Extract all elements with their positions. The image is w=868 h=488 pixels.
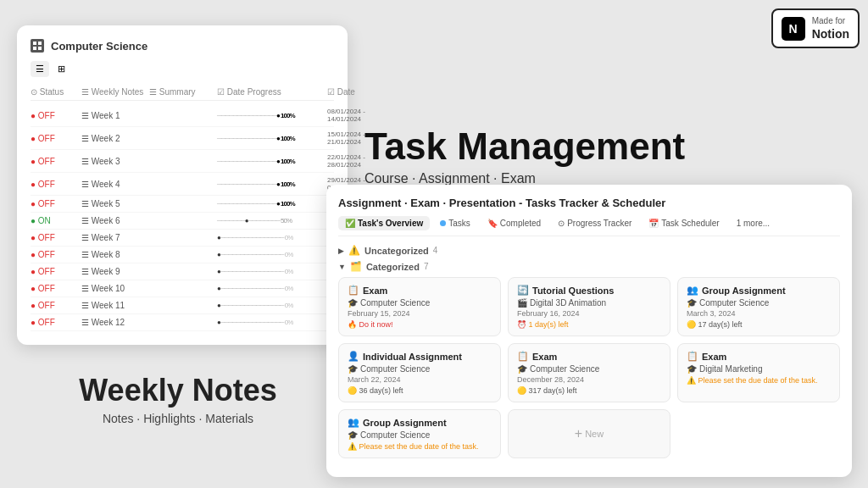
group-icon: 👥 xyxy=(687,285,698,296)
task-card-exam-cs-dec[interactable]: 📋 Exam 🎓 Computer Science December 28, 2… xyxy=(508,343,670,402)
task-card-tutorial[interactable]: 🔄 Tutorial Questions 🎬 Digital 3D Animat… xyxy=(508,277,670,336)
tab-task-scheduler[interactable]: 📅 Task Scheduler xyxy=(642,216,726,230)
task-card-course: 🎓 Computer Science xyxy=(517,364,661,374)
task-card-course: 🎓 Computer Science xyxy=(348,430,492,440)
grid-view-tab[interactable]: ⊞ xyxy=(53,61,70,77)
task-card-exam-cs[interactable]: 📋 Exam 🎓 Computer Science February 15, 2… xyxy=(338,277,501,336)
col-status: ⊙ Status xyxy=(31,87,81,97)
course-icon: 🎓 xyxy=(348,430,358,440)
categorized-header[interactable]: ▼ 🗂️ Categorized 7 xyxy=(338,261,840,272)
course-icon: 🎓 xyxy=(687,298,697,308)
folder-icon: 🗂️ xyxy=(350,261,362,272)
svg-rect-3 xyxy=(38,47,42,50)
task-card-course: 🎬 Digital 3D Animation xyxy=(517,298,661,308)
check-icon: ✅ xyxy=(345,219,355,228)
task-card-exam-dm[interactable]: 📋 Exam 🎓 Digital Marketing ⚠️ Please set… xyxy=(677,343,840,402)
status-off: ● OFF xyxy=(31,267,81,276)
exam-icon: 📋 xyxy=(517,351,529,362)
week-label: ☰ Week 6 xyxy=(81,216,149,225)
progress-bar: ───────────────● 100% xyxy=(217,135,327,142)
course-icon: 🎓 xyxy=(517,364,527,374)
status-off: ● OFF xyxy=(31,199,81,208)
svg-rect-1 xyxy=(38,42,42,45)
status-off: ● OFF xyxy=(31,111,81,120)
col-weekly-notes: ☰ Weekly Notes xyxy=(81,87,149,97)
table-header: ⊙ Status ☰ Weekly Notes ☰ Summary ☑ Date… xyxy=(31,84,334,101)
col-date-progress: ☑ Date Progress xyxy=(217,87,327,97)
table-row: ● OFF ☰ Week 5 ───────────────● 100% xyxy=(31,196,334,213)
tab-tasks-overview[interactable]: ✅ Task's Overview xyxy=(338,216,430,230)
weekly-notes-title-section: Weekly Notes Notes · Highlights · Materi… xyxy=(17,373,339,425)
tab-tasks[interactable]: Tasks xyxy=(433,216,477,230)
col-date: ☑ Date xyxy=(327,87,412,97)
table-row: ● OFF ☰ Week 7 ●──────────────── 0% xyxy=(31,230,334,247)
table-icon xyxy=(31,39,44,53)
circle-icon: ⊙ xyxy=(558,219,565,228)
task-card-course: 🎓 Digital Marketing xyxy=(687,364,831,374)
progress-bar: ───────────────● 100% xyxy=(217,180,327,188)
progress-bar: ●──────────────── 0% xyxy=(217,234,327,241)
progress-bar: ●──────────────── 0% xyxy=(217,251,327,258)
task-card-badge: ⚠️ Please set the due date of the task. xyxy=(348,442,492,451)
table-row: ● OFF ☰ Week 3 ───────────────● 100% 22/… xyxy=(31,150,334,173)
task-card-badge: 🟡 36 day(s) left xyxy=(348,386,492,395)
task-card-title: 👥 Group Assignment xyxy=(687,285,831,296)
empty-card-slot xyxy=(677,409,840,458)
table-row: ● OFF ☰ Week 4 ───────────────● 100% 29/… xyxy=(31,173,334,196)
progress-bar: ───────────────● 100% xyxy=(217,200,327,208)
status-on: ● ON xyxy=(31,216,81,225)
status-off: ● OFF xyxy=(31,157,81,166)
tab-more[interactable]: 1 more... xyxy=(730,216,776,230)
task-card-badge: ⏰ 1 day(s) left xyxy=(517,320,661,329)
task-card-individual-assignment[interactable]: 👤 Individual Assignment 🎓 Computer Scien… xyxy=(338,343,501,402)
new-task-card[interactable]: + New xyxy=(508,409,670,458)
task-card-date: February 15, 2024 xyxy=(348,309,492,318)
week-label: ☰ Week 5 xyxy=(81,199,149,208)
individual-icon: 👤 xyxy=(348,351,359,362)
week-label: ☰ Week 12 xyxy=(81,318,149,327)
task-card-date: December 28, 2024 xyxy=(517,375,661,384)
list-view-tab[interactable]: ☰ xyxy=(31,61,49,77)
cards-grid-row3: 👥 Group Assignment 🎓 Computer Science ⚠️… xyxy=(338,409,840,458)
date-val: 08/01/2024 -14/01/2024 xyxy=(327,108,412,123)
task-card-group-assignment-2[interactable]: 👥 Group Assignment 🎓 Computer Science ⚠️… xyxy=(338,409,501,458)
new-button[interactable]: + New xyxy=(566,419,612,448)
progress-bar: ───────────────● 100% xyxy=(217,158,327,165)
uncategorized-label: Uncategorized xyxy=(364,246,429,256)
task-card-badge: 🟡 17 day(s) left xyxy=(687,320,831,329)
dot-icon xyxy=(440,220,446,226)
tracker-tabs: ✅ Task's Overview Tasks 🔖 Completed ⊙ Pr… xyxy=(338,216,840,236)
task-card-badge: 🔥 Do it now! xyxy=(348,320,492,329)
status-off: ● OFF xyxy=(31,301,81,310)
task-card-group-assignment-1[interactable]: 👥 Group Assignment 🎓 Computer Science Ma… xyxy=(677,277,840,336)
col-summary: ☰ Summary xyxy=(149,87,217,97)
week-label: ☰ Week 4 xyxy=(81,180,149,189)
notion-badge: N Made for Notion xyxy=(771,8,860,48)
task-card-title: 📋 Exam xyxy=(348,285,492,296)
uncategorized-header[interactable]: ▶ ⚠️ Uncategorized 4 xyxy=(338,245,840,256)
task-management-heading: Task Management xyxy=(364,125,685,168)
card-header: Computer Science xyxy=(31,39,334,53)
progress-bar: ●──────────────── 0% xyxy=(217,319,327,326)
status-off: ● OFF xyxy=(31,134,81,143)
task-card-date: February 16, 2024 xyxy=(517,309,661,318)
table-row: ● ON ☰ Week 6 ───────●──────── 50% xyxy=(31,213,334,230)
progress-bar: ●──────────────── 0% xyxy=(217,268,327,275)
exam-icon: 📋 xyxy=(348,285,359,296)
notion-icon: N xyxy=(782,17,805,41)
table-row: ● OFF ☰ Week 2 ───────────────● 100% 15/… xyxy=(31,127,334,150)
task-card-course: 🎓 Computer Science xyxy=(348,364,492,374)
task-card-title: 📋 Exam xyxy=(517,351,661,362)
tab-completed[interactable]: 🔖 Completed xyxy=(481,216,548,230)
course-icon: 🎓 xyxy=(687,364,697,374)
weekly-notes-heading: Weekly Notes xyxy=(17,373,339,408)
task-tracker-card: Assignment · Exam · Presentation - Tasks… xyxy=(326,185,852,477)
calendar-icon: 📅 xyxy=(648,219,659,228)
notion-name-text: Notion xyxy=(812,26,849,42)
progress-bar: ●──────────────── 0% xyxy=(217,285,327,292)
progress-bar: ───────●──────── 50% xyxy=(217,217,327,225)
progress-bar: ───────────────● 100% xyxy=(217,112,327,119)
tab-progress-tracker[interactable]: ⊙ Progress Tracker xyxy=(551,216,638,230)
task-card-title: 👤 Individual Assignment xyxy=(348,351,492,362)
task-card-title: 👥 Group Assignment xyxy=(348,417,492,428)
